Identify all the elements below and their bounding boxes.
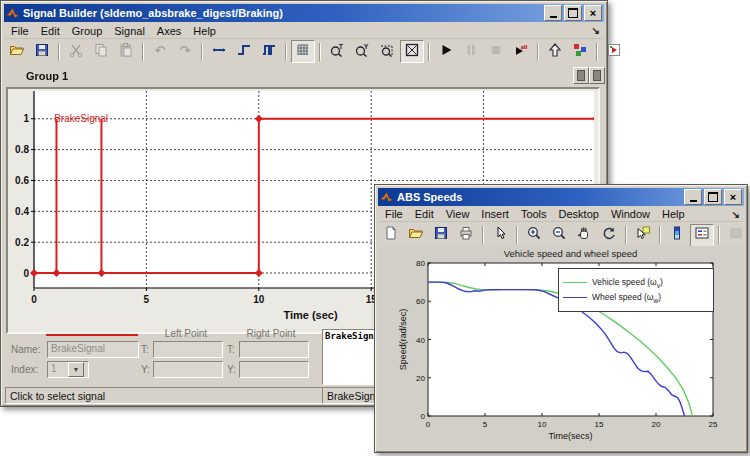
zoom-time-button[interactable]: T — [325, 40, 349, 63]
legend-label: Vehicle speed (ωv) — [592, 277, 663, 289]
zoom-out-button[interactable] — [547, 224, 571, 247]
maximize-button[interactable] — [704, 189, 722, 205]
zoom-xy-button[interactable] — [375, 40, 399, 63]
svg-text:T: T — [339, 43, 344, 50]
run-button[interactable] — [434, 40, 458, 63]
abs-speeds-titlebar[interactable]: ABS Speeds × — [378, 188, 744, 206]
minimize-button[interactable] — [544, 5, 562, 21]
menu-item-file[interactable]: File — [379, 208, 409, 220]
toolbar-separator — [428, 43, 430, 61]
abs-speeds-window: ABS Speeds × FileEditViewInsertToolsDesk… — [374, 184, 748, 453]
signal-color-sample — [46, 334, 138, 336]
index-label: Index: — [11, 364, 38, 375]
chart-legend[interactable]: Vehicle speed (ωv)Wheel speed (ωw) — [558, 268, 714, 312]
tick-label: 15 — [595, 420, 604, 429]
save-button[interactable] — [30, 40, 54, 63]
zoom-y-icon: Y — [354, 42, 370, 62]
left-point-label: Left Point — [151, 328, 221, 339]
signal-builder-toolbar: ↶↷TYall — [5, 38, 603, 63]
name-field[interactable]: BrakeSignal — [47, 341, 139, 358]
tab-scroll-left-button[interactable] — [573, 67, 589, 84]
tab-scroll-right-button[interactable] — [589, 67, 605, 84]
right-t-field[interactable] — [239, 341, 309, 358]
undo-button: ↶ — [148, 40, 172, 63]
right-t-label: T: — [227, 344, 235, 355]
tick-label: 0 — [31, 294, 37, 305]
menu-item-signal[interactable]: Signal — [108, 25, 151, 37]
rotate-3d-button[interactable] — [597, 224, 621, 247]
menu-item-desktop[interactable]: Desktop — [553, 208, 605, 220]
index-combo-arrow[interactable]: ▼ — [68, 362, 84, 377]
menu-item-help[interactable]: Help — [187, 25, 222, 37]
save-button[interactable] — [429, 224, 453, 247]
menu-item-window[interactable]: Window — [605, 208, 656, 220]
zoom-fit-button[interactable] — [400, 40, 424, 63]
menu-item-insert[interactable]: Insert — [475, 208, 515, 220]
cut-button — [64, 40, 88, 63]
abs-speeds-toolbar — [379, 221, 743, 247]
run-all-button[interactable]: all — [509, 40, 533, 63]
legend-button[interactable] — [690, 224, 714, 247]
menu-item-axes[interactable]: Axes — [151, 25, 187, 37]
run-all-icon: all — [513, 42, 529, 62]
left-y-field[interactable] — [153, 361, 223, 378]
toolbar-separator — [718, 226, 720, 244]
pause-icon — [463, 42, 479, 62]
zoom-in-button[interactable] — [522, 224, 546, 247]
tab-label: Group 1 — [26, 70, 68, 82]
menu-item-group[interactable]: Group — [66, 25, 109, 37]
edit-plot-icon — [492, 225, 508, 245]
close-button[interactable]: × — [724, 189, 742, 205]
menu-item-view[interactable]: View — [440, 208, 476, 220]
menu-item-tools[interactable]: Tools — [515, 208, 553, 220]
toolbar-separator — [285, 43, 287, 61]
toolbar-separator — [319, 43, 321, 61]
tick-label: 0 — [23, 268, 29, 279]
tick-label: 5 — [144, 294, 150, 305]
up-to-parent-button[interactable] — [543, 40, 567, 63]
simulink-library-button[interactable] — [568, 40, 592, 63]
pan-hand-button[interactable] — [572, 224, 596, 247]
export-button[interactable] — [602, 40, 626, 63]
tab-group-1[interactable]: Group 1 — [9, 64, 85, 87]
signal-builder-titlebar[interactable]: Signal Builder (sldemo_absbrake_digest/B… — [4, 4, 604, 22]
chart-title: Vehicle speed and wheel speed — [504, 248, 638, 259]
data-cursor-button[interactable] — [631, 224, 655, 247]
open-button[interactable] — [404, 224, 428, 247]
legend-icon — [694, 225, 710, 245]
toolbar-separator — [201, 43, 203, 61]
menu-item-edit[interactable]: Edit — [409, 208, 440, 220]
tick-label: 20 — [652, 420, 661, 429]
maximize-button[interactable] — [564, 5, 582, 21]
left-t-field[interactable] — [153, 341, 223, 358]
tick-label: 10 — [538, 420, 547, 429]
right-y-field[interactable] — [239, 361, 309, 378]
snap-grid-button[interactable] — [291, 40, 315, 63]
new-figure-button[interactable] — [379, 224, 403, 247]
legend-entry: Wheel speed (ωw) — [563, 292, 709, 304]
print-button[interactable] — [454, 224, 478, 247]
minimize-button[interactable] — [684, 189, 702, 205]
menu-item-edit[interactable]: Edit — [35, 25, 66, 37]
matlab-figure-icon — [380, 190, 393, 205]
zoom-in-icon — [526, 225, 542, 245]
edit-plot-button[interactable] — [488, 224, 512, 247]
menu-item-help[interactable]: Help — [656, 208, 691, 220]
close-button[interactable]: × — [584, 5, 602, 21]
stop-button — [484, 40, 508, 63]
colorbar-button[interactable] — [665, 224, 689, 247]
desktop: Signal Builder (sldemo_absbrake_digest/B… — [0, 0, 750, 456]
tick-label: 0 — [421, 412, 426, 421]
dock-arrow-icon[interactable]: ↘ — [592, 25, 603, 36]
pulse-signal-button[interactable] — [257, 40, 281, 63]
save-icon — [34, 42, 50, 62]
signal-name-annotation: BrakeSignal — [54, 113, 108, 124]
zoom-y-button[interactable]: Y — [350, 40, 374, 63]
zoom-out-icon — [551, 225, 567, 245]
open-button[interactable] — [5, 40, 29, 63]
menu-item-file[interactable]: File — [5, 25, 35, 37]
legend-line-sample — [563, 282, 587, 283]
step-signal-button[interactable] — [232, 40, 256, 63]
constant-signal-button[interactable] — [207, 40, 231, 63]
dock-arrow-icon[interactable]: ↘ — [732, 209, 743, 220]
